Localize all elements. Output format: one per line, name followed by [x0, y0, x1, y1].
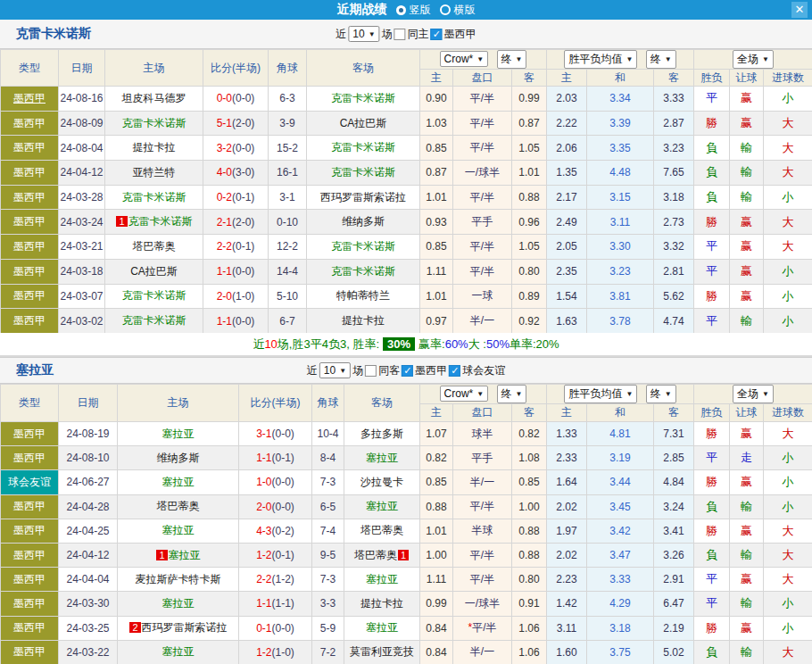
league-type-cell[interactable]: 墨西甲 [1, 422, 59, 446]
league-type-cell[interactable]: 墨西甲 [1, 309, 59, 333]
result-wdl: 平 [694, 568, 730, 592]
league-type-cell[interactable]: 墨西甲 [1, 185, 59, 210]
team-name[interactable]: 克雷卡米诺斯 [331, 166, 395, 178]
team-name[interactable]: 沙拉曼卡 [360, 476, 403, 488]
corner-cell: 16-1 [269, 161, 307, 186]
league-type-cell[interactable]: 墨西甲 [1, 284, 59, 309]
team-name[interactable]: 克雷卡米诺斯 [331, 240, 395, 253]
league-mexico-checkbox[interactable] [431, 29, 443, 40]
odds-time-select[interactable]: 终▼ [497, 385, 527, 403]
league-type-cell[interactable]: 墨西甲 [1, 136, 59, 161]
league-type-cell[interactable]: 墨西甲 [1, 494, 59, 519]
odds-time-select[interactable]: 终▼ [497, 50, 527, 69]
league-type-cell[interactable]: 墨西甲 [1, 111, 59, 136]
match-count-select[interactable]: 10▼ [319, 362, 351, 378]
league-mexico-checkbox[interactable] [402, 365, 413, 377]
team-name[interactable]: CA拉巴斯 [130, 265, 178, 278]
league-type-cell[interactable]: 墨西甲 [1, 235, 59, 260]
league-type-cell[interactable]: 墨西甲 [1, 616, 59, 640]
avg-select[interactable]: 胜平负均值▼ [564, 385, 637, 403]
team-name[interactable]: 克雷卡米诺斯 [331, 265, 395, 278]
avg-time-select[interactable]: 终▼ [646, 385, 676, 403]
team-name[interactable]: 塞拉亚 [162, 427, 195, 440]
league-type-cell[interactable]: 墨西甲 [1, 592, 59, 616]
team-name[interactable]: 特帕蒂特兰 [336, 289, 390, 302]
same-home-checkbox[interactable] [394, 29, 406, 40]
team-name[interactable]: 克雷卡米诺斯 [122, 117, 186, 129]
team-name[interactable]: 西玛罗雷斯索诺拉 [142, 621, 228, 634]
team-name[interactable]: 塞拉亚 [162, 645, 195, 658]
vertical-layout-radio[interactable] [396, 5, 406, 15]
team-name[interactable]: 克雷卡米诺斯 [122, 289, 186, 302]
corner-cell: 0-10 [269, 210, 307, 235]
corner-cell: 15-2 [269, 136, 307, 161]
match-row: 墨西甲24-04-28塔巴蒂奥2-0(0-0)6-5塞拉亚0.88平/半1.00… [1, 494, 812, 519]
team-name[interactable]: 克雷卡米诺斯 [331, 141, 395, 154]
same-away-checkbox[interactable] [365, 365, 377, 377]
team-name[interactable]: 塞拉亚 [366, 621, 398, 634]
league-type-cell[interactable]: 墨西甲 [1, 568, 59, 592]
col-avg-draw: 和 [587, 70, 654, 87]
odds-win-rate: 60% [445, 337, 468, 351]
horizontal-layout-label[interactable]: 横版 [454, 3, 476, 18]
team-name[interactable]: 坦皮科马德罗 [122, 92, 186, 104]
avg-select[interactable]: 胜平负均值▼ [564, 50, 637, 69]
vertical-layout-label[interactable]: 竖版 [410, 3, 431, 18]
team-name[interactable]: 塞拉亚 [366, 500, 398, 512]
bookmaker-select[interactable]: Crow*▼ [440, 386, 489, 402]
team-name[interactable]: 塞拉亚 [169, 549, 201, 561]
team-name[interactable]: 亚特兰特 [133, 166, 176, 178]
crow-away-odds: 0.80 [512, 568, 547, 592]
avg-away-odds: 2.19 [654, 616, 694, 640]
league-type-cell[interactable]: 墨西甲 [1, 543, 59, 567]
league-type-cell[interactable]: 墨西甲 [1, 640, 59, 664]
team-name[interactable]: 克雷卡米诺斯 [122, 191, 186, 203]
crow-home-odds: 0.99 [420, 592, 453, 616]
corner-cell: 10-4 [312, 422, 344, 446]
match-row: 墨西甲24-03-18CA拉巴斯1-1(0-0)14-4克雷卡米诺斯1.11平/… [1, 259, 812, 284]
league-type-cell[interactable]: 墨西甲 [1, 446, 59, 470]
bookmaker-select[interactable]: Crow*▼ [440, 51, 489, 67]
close-icon[interactable]: ✕ [791, 2, 808, 18]
avg-away-odds: 3.24 [654, 494, 694, 519]
crow-handicap: *平/半 [453, 616, 512, 640]
team-name[interactable]: 维纳多斯 [342, 215, 385, 228]
league-type-cell[interactable]: 墨西甲 [1, 210, 59, 235]
team-name[interactable]: 莫雷利亚竞技 [350, 645, 414, 658]
corner-cell: 7-4 [312, 519, 344, 543]
team-name[interactable]: 塔巴蒂奥 [354, 549, 397, 561]
team-name[interactable]: 塔巴蒂奥 [360, 524, 403, 536]
team-name[interactable]: 克雷卡米诺斯 [122, 314, 186, 327]
team-name[interactable]: 塞拉亚 [162, 524, 195, 536]
horizontal-layout-radio[interactable] [440, 4, 451, 15]
league-type-cell[interactable]: 墨西甲 [1, 259, 59, 284]
team-name[interactable]: 西玛罗雷斯索诺拉 [320, 191, 406, 203]
team-name[interactable]: 克雷卡米诺斯 [331, 92, 395, 104]
match-date: 24-04-12 [59, 543, 118, 567]
team-name[interactable]: 塞拉亚 [162, 476, 195, 488]
team-name[interactable]: 塞拉亚 [366, 452, 398, 464]
league-type-cell[interactable]: 球会友谊 [1, 470, 59, 494]
friendly-checkbox[interactable] [449, 365, 460, 377]
team-name[interactable]: 提拉卡拉 [342, 314, 385, 327]
odds-win-label: 赢率: [418, 336, 445, 353]
league-type-cell[interactable]: 墨西甲 [1, 519, 59, 543]
match-count-select[interactable]: 10▼ [348, 26, 379, 42]
league-type-cell[interactable]: 墨西甲 [1, 87, 59, 112]
scope-select[interactable]: 全场▼ [733, 50, 774, 69]
team-name[interactable]: 麦拉斯萨卡特卡斯 [136, 573, 221, 585]
team-name[interactable]: 提拉卡拉 [360, 597, 403, 610]
team-name[interactable]: 多拉多斯 [360, 427, 403, 440]
avg-time-select[interactable]: 终▼ [646, 50, 676, 69]
team-name[interactable]: 塞拉亚 [162, 597, 195, 610]
team-name[interactable]: 塞拉亚 [366, 573, 398, 585]
team-name[interactable]: CA拉巴斯 [340, 117, 387, 129]
chevron-down-icon: ▼ [626, 390, 633, 398]
team-name[interactable]: 提拉卡拉 [133, 141, 176, 154]
league-type-cell[interactable]: 墨西甲 [1, 161, 59, 186]
team-name[interactable]: 塔巴蒂奥 [133, 240, 176, 253]
team-name[interactable]: 维纳多斯 [157, 452, 200, 464]
team-name[interactable]: 克雷卡米诺斯 [128, 215, 193, 228]
team-name[interactable]: 塔巴蒂奥 [157, 500, 200, 512]
scope-select[interactable]: 全场▼ [733, 385, 774, 403]
